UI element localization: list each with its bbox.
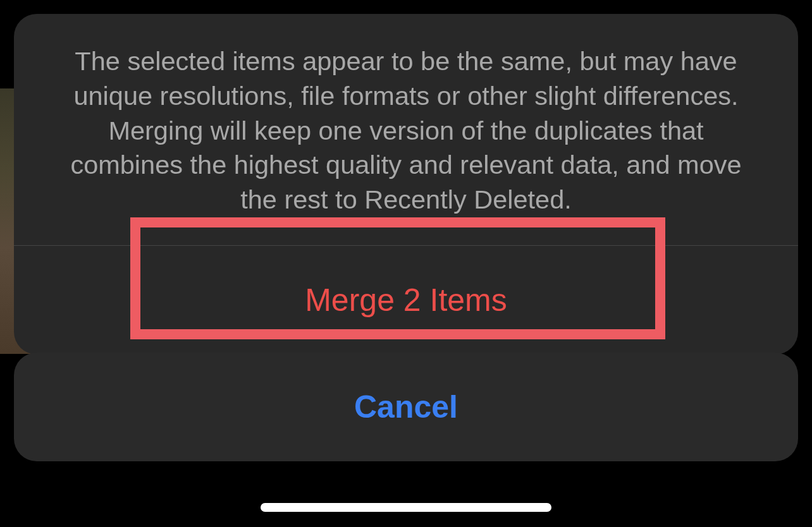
home-indicator[interactable] — [261, 503, 551, 512]
sheet-message: The selected items appear to be the same… — [14, 14, 798, 245]
merge-action-sheet: The selected items appear to be the same… — [14, 14, 798, 354]
merge-button-label: Merge 2 Items — [305, 282, 507, 318]
merge-button[interactable]: Merge 2 Items — [14, 246, 798, 354]
cancel-button-label: Cancel — [354, 389, 458, 425]
cancel-button[interactable]: Cancel — [14, 353, 798, 461]
